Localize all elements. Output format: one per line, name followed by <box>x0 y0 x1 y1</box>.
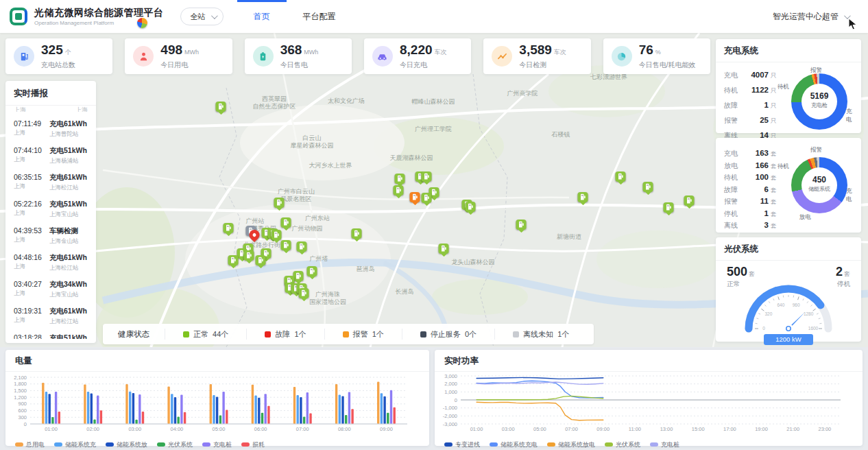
legend-swatch <box>490 442 498 447</box>
power-legend-item[interactable]: 专变进线 <box>444 440 480 449</box>
broadcast-list[interactable]: 上海上海07:11:49上海 充电61kWh上海普陀站07:44:10上海 充电… <box>5 106 96 339</box>
svg-text:02:00: 02:00 <box>86 426 99 432</box>
energy-legend-item[interactable]: 总用电 <box>15 440 45 449</box>
broadcast-item: 06:35:15上海 充电61kWh上海松江站 <box>14 173 88 192</box>
storage-system-panel: 充电163套放电166套待机100套故障6套报警11套停机1套离线3套 450储… <box>716 138 861 233</box>
kpi-row: 325个充电站总数498MWh今日用电368MWh今日售电8,220车次今日充电… <box>5 38 710 74</box>
kpi-card-1: 325个充电站总数 <box>5 38 112 74</box>
station-marker-normal[interactable] <box>516 220 527 230</box>
power-line-chart: -3,000-2,000-1,00001,0002,0003,00001:000… <box>435 372 863 439</box>
legend-swatch <box>15 442 23 447</box>
station-marker-normal[interactable] <box>244 250 254 261</box>
legend-label: 储能系统放 <box>117 440 147 449</box>
broadcast-item-clipped: 上海上海 <box>14 106 88 112</box>
energy-legend-item[interactable]: 充电桩 <box>202 440 232 449</box>
kpi-unit: 个 <box>65 49 71 56</box>
station-marker-alarm[interactable] <box>410 192 420 202</box>
station-marker-normal[interactable] <box>299 288 309 298</box>
power-legend-item[interactable]: 储能系统放电 <box>547 440 595 449</box>
health-legend-title: 健康状态 <box>103 329 165 340</box>
health-label: 离线未知 1个 <box>523 329 569 340</box>
energy-legend-item[interactable]: 储能系统放 <box>106 440 147 449</box>
map-health-legend: 健康状态 正常 44个 故障 1个 报警 1个 停止服务 0个 离线未知 1个 <box>103 324 594 344</box>
station-marker-normal[interactable] <box>664 202 674 213</box>
station-marker-normal[interactable] <box>616 171 626 182</box>
charging-donut-center: 5169充电枪 <box>791 91 847 109</box>
broadcast-title: 实时播报 <box>5 81 96 106</box>
energy-chart-legend: 总用电 储能系统充 储能系统放 光伏系统 充电桩 损耗 <box>5 439 429 450</box>
svg-text:06:00: 06:00 <box>254 426 267 432</box>
storage-stat-row: 放电166套 <box>724 160 780 172</box>
map-place-label: 白云山 摩星岭森林公园 <box>291 134 334 150</box>
legend-swatch <box>157 442 165 447</box>
user-menu[interactable]: 智光运营中心超管 <box>773 11 849 23</box>
station-marker-normal[interactable] <box>422 171 432 182</box>
station-marker-normal[interactable] <box>684 196 695 206</box>
top-header: 光储充微网综合能源管理平台 Operation Management Platf… <box>0 0 868 33</box>
kpi-value: 8,220车次 <box>400 43 447 59</box>
station-marker-normal[interactable] <box>297 241 307 252</box>
pv-power-gauge: 0320640960128016001200 kW <box>716 271 861 348</box>
power-legend-item[interactable]: 储能系统充电 <box>490 440 538 449</box>
kpi-body: 76%今日售电/耗电能效 <box>639 43 696 70</box>
svg-text:08:00: 08:00 <box>338 426 351 432</box>
map-place-label: 龙头山森林公园 <box>452 259 495 266</box>
health-legend-item: 正常 44个 <box>165 329 246 340</box>
kpi-body: 368MWh今日售电 <box>280 43 319 70</box>
legend-swatch <box>202 442 210 447</box>
station-marker-normal[interactable] <box>274 198 285 208</box>
energy-legend-item[interactable]: 损耗 <box>241 440 265 449</box>
station-selector[interactable]: 全站 <box>180 8 224 25</box>
user-menu-label: 智光运营中心超管 <box>773 11 839 23</box>
station-marker-normal[interactable] <box>224 223 234 233</box>
tab-platform-config[interactable]: 平台配置 <box>287 0 352 33</box>
svg-text:05:00: 05:00 <box>533 426 546 432</box>
station-marker-normal[interactable] <box>293 271 304 281</box>
broadcast-item: 04:39:53上海 车辆检测上海金山站 <box>14 226 88 246</box>
health-color-swatch <box>513 331 519 338</box>
station-marker-normal[interactable] <box>281 217 291 228</box>
energy-legend-item[interactable]: 光伏系统 <box>157 440 193 449</box>
station-marker-normal[interactable] <box>307 266 317 276</box>
station-marker-normal[interactable] <box>439 244 449 254</box>
svg-text:1,800: 1,800 <box>14 381 27 387</box>
legend-swatch <box>605 442 613 447</box>
svg-text:2,100: 2,100 <box>14 375 27 381</box>
storage-stat-row: 故障6套 <box>724 184 780 196</box>
map-place-label: 帽峰山森林公园 <box>412 98 455 106</box>
power-legend-item[interactable]: 光伏系统 <box>605 440 640 449</box>
station-marker-normal[interactable] <box>643 182 653 192</box>
energy-chart-panel: 电量 03006009001,2001,5001,8002,10001:0002… <box>5 350 429 446</box>
station-marker-normal[interactable] <box>422 193 432 203</box>
health-label: 报警 1个 <box>353 329 384 340</box>
svg-text:03:00: 03:00 <box>128 426 141 432</box>
svg-text:0: 0 <box>455 397 457 403</box>
station-marker-normal[interactable] <box>394 185 404 196</box>
tab-home[interactable]: 首页 <box>237 0 287 33</box>
svg-text:13:00: 13:00 <box>660 426 673 432</box>
station-marker-normal[interactable] <box>281 240 291 250</box>
health-color-swatch <box>183 331 189 338</box>
trend-icon <box>492 46 512 67</box>
station-marker-normal[interactable] <box>228 255 239 265</box>
station-marker-normal[interactable] <box>216 102 226 112</box>
power-legend-item[interactable]: 充电桩 <box>650 440 679 449</box>
station-marker-normal[interactable] <box>352 228 362 239</box>
svg-text:07:00: 07:00 <box>565 426 578 432</box>
station-marker-normal[interactable] <box>256 255 266 265</box>
station-marker-normal[interactable] <box>395 174 405 184</box>
station-marker-normal[interactable] <box>466 202 476 212</box>
charging-system-title: 充电系统 <box>716 39 861 62</box>
pv-system-title: 光伏系统 <box>716 237 861 261</box>
svg-text:1,500: 1,500 <box>14 388 27 394</box>
kpi-value: 76% <box>639 43 696 59</box>
energy-legend-item[interactable]: 储能系统充 <box>54 440 96 449</box>
map-place-label: 石楼镇 <box>552 131 570 139</box>
health-legend-item: 离线未知 1个 <box>494 329 587 340</box>
map-place-label: 天鹿湖森林公园 <box>390 154 433 162</box>
map-place-label: 大河乡水上世界 <box>309 162 352 169</box>
station-marker-normal[interactable] <box>578 192 588 202</box>
legend-swatch <box>54 442 62 447</box>
svg-text:1600: 1600 <box>808 326 819 331</box>
station-marker-normal[interactable] <box>272 230 282 240</box>
